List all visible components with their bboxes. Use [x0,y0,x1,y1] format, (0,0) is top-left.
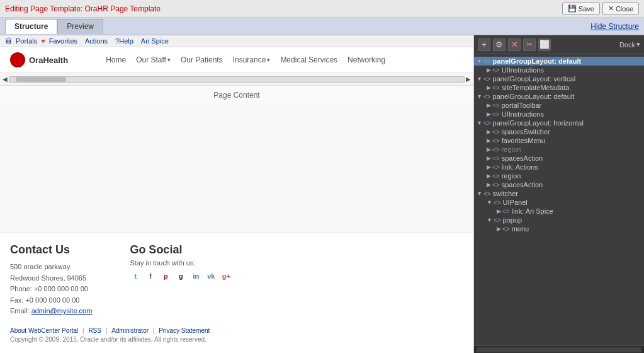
tree-label: link: Actions [502,163,538,171]
tree-arrow[interactable]: ▶ [487,146,491,153]
vk-icon[interactable]: vk [205,270,217,282]
tree-arrow[interactable]: ▶ [487,182,491,188]
dock-button[interactable]: Dock ▾ [619,40,640,49]
github-icon[interactable]: g [175,270,186,282]
tree-arrow[interactable]: ▶ [487,102,491,108]
tree-label: switcher [493,190,518,197]
contact-email-link[interactable]: admin@mysite.com [31,307,93,315]
structure-tree-panel: + ⚙ ✕ ✂ ⬜ Dock ▾ ▼<>panelGroupLayout: de… [474,35,644,353]
tree-node-16[interactable]: ▼<>switcher [474,189,644,198]
component-icon: <> [483,93,491,100]
tree-node-7[interactable]: ▶<>UIInstructions [474,110,644,119]
tree-node-19[interactable]: ▼<>popup [474,216,644,224]
favorites-link[interactable]: Favorites [49,37,77,45]
bottom-scrollbar[interactable] [474,345,644,353]
facebook-icon[interactable]: f [145,270,156,282]
tree-arrow[interactable]: ▼ [487,217,492,223]
twitter-icon[interactable]: t [130,270,141,282]
help-link[interactable]: ?Help [115,37,133,45]
copy-button[interactable]: ⬜ [538,38,551,51]
tree-node-1[interactable]: ▼<>panelGroupLayout: default [474,57,644,66]
left-panel: 🏛 Portals ♥ Favorites Actions ?Help Ari … [0,35,474,353]
nav-networking[interactable]: Networking [347,55,385,64]
hide-structure-button[interactable]: Hide Structure [590,22,639,31]
nav-our-staff[interactable]: Our Staff ▾ [136,55,171,64]
tree-arrow[interactable]: ▼ [477,190,482,197]
nav-medical-services[interactable]: Medical Services [280,55,337,64]
portals-icon: 🏛 [5,37,12,45]
contact-email-label: Email: [10,307,30,315]
component-icon: <> [492,182,500,188]
tree-node-12[interactable]: ▶<>spacesAction [474,154,644,163]
tree-arrow[interactable]: ▶ [487,67,491,73]
tree-node-18[interactable]: ▶<>link: Ari Spice [474,207,644,216]
tree-node-6[interactable]: ▶<>portalToolbar [474,101,644,110]
tree-arrow[interactable]: ▼ [487,199,492,205]
tree-arrow[interactable]: ▶ [487,164,491,170]
pinterest-icon[interactable]: p [160,270,171,282]
rss-link[interactable]: RSS [88,327,101,334]
tree-arrow[interactable]: ▼ [477,93,482,100]
tree-node-15[interactable]: ▶<>spacesAction [474,180,644,189]
user-link[interactable]: Ari Spice [141,37,169,45]
main-layout: 🏛 Portals ♥ Favorites Actions ?Help Ari … [0,35,644,353]
tab-preview[interactable]: Preview [57,19,103,34]
nav-insurance[interactable]: Insurance ▾ [233,55,271,64]
tab-structure[interactable]: Structure [5,19,57,34]
component-icon: <> [492,102,500,109]
about-link[interactable]: About WebCenter Portal [10,327,78,334]
close-button[interactable]: ✕ Close [602,3,639,14]
chevron-down-icon: ▾ [267,57,270,63]
footer-top: Contact Us 500 oracle parkway Redwood Sh… [10,243,463,317]
tree-arrow[interactable]: ▶ [487,173,491,179]
tree-arrow[interactable]: ▶ [487,129,491,135]
tree-node-8[interactable]: ▼<>panelGroupLayout: horizontal [474,119,644,127]
tree-arrow[interactable]: ▶ [487,111,491,117]
scroll-thumb[interactable] [16,77,66,82]
save-button[interactable]: 💾 Save [562,3,600,14]
tree-node-11[interactable]: ▶<>region [474,145,644,154]
footer-links: About WebCenter Portal | RSS | Administr… [10,327,463,334]
tree-node-4[interactable]: ▶<>siteTemplateMetadata [474,83,644,92]
tree-arrow[interactable]: ▶ [497,226,501,232]
tree-arrow[interactable]: ▼ [477,76,482,82]
settings-button[interactable]: ⚙ [493,38,506,51]
admin-link[interactable]: Administrator [111,327,149,334]
tree-node-5[interactable]: ▼<>panelGroupLayout: default [474,92,644,101]
horizontal-scrollbar[interactable]: ◀ ▶ [0,73,473,86]
tree-node-20[interactable]: ▶<>menu [474,224,644,233]
tree-node-14[interactable]: ▶<>region [474,171,644,180]
tree-node-2[interactable]: ▶<>UIInstructions [474,66,644,74]
tree-label: UIPanel [503,199,528,206]
tree-arrow[interactable]: ▼ [477,58,482,64]
delete-button[interactable]: ✕ [508,38,521,51]
scroll-left-button[interactable]: ◀ [3,76,8,83]
tree-arrow[interactable]: ▶ [497,208,501,214]
footer-sep3: | [153,327,156,334]
tree-arrow[interactable]: ▶ [487,137,491,144]
cut-button[interactable]: ✂ [523,38,536,51]
tree-node-10[interactable]: ▶<>favoritesMenu [474,136,644,145]
add-node-button[interactable]: + [478,38,490,51]
close-label: Close [616,5,633,13]
tree-arrow[interactable]: ▶ [487,155,491,161]
tree-content[interactable]: ▼<>panelGroupLayout: default▶<>UIInstruc… [474,54,644,345]
component-icon: <> [492,129,500,136]
tree-node-17[interactable]: ▼<>UIPanel [474,198,644,207]
gplus-icon[interactable]: g+ [220,270,232,282]
nav-home[interactable]: Home [106,55,126,64]
scroll-right-button[interactable]: ▶ [466,76,471,83]
tree-label: region [502,172,521,180]
tree-arrow[interactable]: ▶ [487,84,491,91]
tree-node-3[interactable]: ▼<>panelGroupLayout: vertical [474,74,644,83]
tree-node-13[interactable]: ▶<>link: Actions [474,163,644,171]
nav-our-patients[interactable]: Our Patients [181,55,223,64]
linkedin-icon[interactable]: in [190,270,201,282]
tree-node-9[interactable]: ▶<>spacesSwitcher [474,127,644,136]
portals-link[interactable]: Portals [16,37,37,45]
logo-icon [10,52,25,67]
tree-arrow[interactable]: ▼ [477,120,482,126]
privacy-link[interactable]: Privacy Statement [159,327,210,334]
title-prefix: Editing Page Template: OraHR [5,4,110,13]
actions-link[interactable]: Actions [85,37,108,45]
